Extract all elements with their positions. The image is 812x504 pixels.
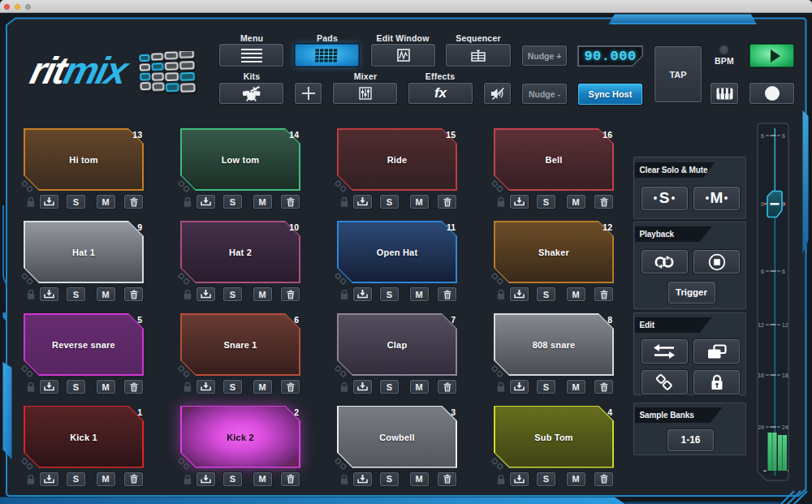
svg-text:24: 24 (782, 424, 788, 430)
svg-text:6: 6 (761, 269, 764, 274)
svg-text:6: 6 (782, 133, 785, 139)
svg-text:0: 0 (761, 201, 764, 207)
svg-text:mix: mix (59, 50, 134, 92)
svg-text:18: 18 (758, 373, 764, 378)
svg-text:18: 18 (782, 373, 788, 378)
svg-text:12: 12 (782, 322, 788, 328)
svg-text:6: 6 (782, 269, 785, 274)
svg-text:6: 6 (761, 133, 764, 139)
svg-text:24: 24 (758, 424, 764, 430)
svg-text:12: 12 (758, 322, 764, 328)
